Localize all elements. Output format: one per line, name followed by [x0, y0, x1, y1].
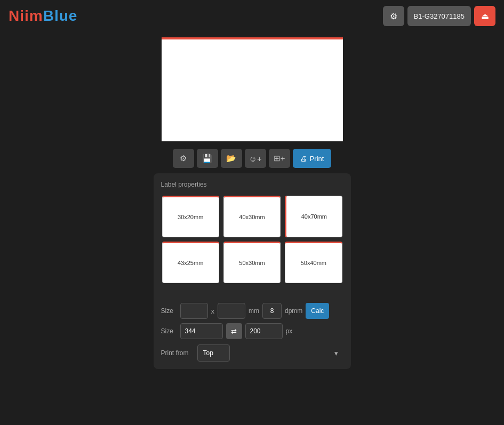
size-label-43x25: 43x25mm: [178, 260, 203, 266]
size-mm-row: Size x mm dpmm Calc: [161, 303, 343, 319]
sizes-scroll[interactable]: 30x20mm 40x30mm 40x70mm 43x25mm 50x30mm …: [161, 194, 343, 298]
resize-icon: ⊞+: [274, 154, 285, 163]
save-icon: 💾: [202, 154, 212, 163]
dpmm-input[interactable]: [262, 303, 282, 319]
header: NiimBlue ⚙ B1-G327071185 ⏏: [0, 0, 504, 32]
size-card-40x30[interactable]: 40x30mm: [223, 196, 281, 237]
size-label-40x70: 40x70mm: [301, 213, 327, 220]
size-px-label-text: Size: [161, 327, 177, 335]
device-id-label: B1-G327071185: [407, 6, 471, 26]
gear-icon: ⚙: [390, 11, 397, 21]
size-card-43x25[interactable]: 43x25mm: [162, 242, 219, 283]
printer-icon: 🖨: [300, 155, 307, 163]
size-label-40x30: 40x30mm: [239, 214, 265, 220]
size-card-50x30[interactable]: 50x30mm: [223, 242, 281, 283]
size-px-width-input[interactable]: [180, 323, 223, 339]
print-from-row: Print from Top Bottom Left Right: [161, 344, 343, 362]
settings-button[interactable]: ⚙: [383, 6, 404, 26]
size-separator: x: [211, 307, 215, 315]
size-unit-label: mm: [249, 307, 259, 315]
print-from-label: Print from: [161, 349, 193, 357]
toolbar: ⚙ 💾 📂 ☺+ ⊞+ 🖨 Print: [173, 149, 332, 168]
print-from-select-wrapper: Top Bottom Left Right: [197, 344, 343, 362]
size-label-text: Size: [161, 307, 177, 315]
size-label-50x40: 50x40mm: [301, 260, 326, 266]
save-button[interactable]: 💾: [197, 149, 218, 168]
open-button[interactable]: 📂: [221, 149, 242, 168]
px-unit-label: px: [286, 327, 293, 335]
panel-title: Label properties: [161, 181, 343, 188]
print-from-select[interactable]: Top Bottom Left Right: [197, 344, 230, 362]
settings-icon: ⚙: [180, 154, 187, 163]
size-card-50x40[interactable]: 50x40mm: [285, 242, 342, 283]
size-height-input[interactable]: [218, 303, 245, 319]
logo-blue: Blue: [43, 7, 78, 24]
size-px-row: Size ⇄ px: [161, 323, 343, 339]
size-card-30x20[interactable]: 30x20mm: [162, 196, 219, 237]
size-card-40x70[interactable]: 40x70mm: [285, 196, 342, 237]
swap-button[interactable]: ⇄: [226, 323, 242, 339]
size-width-input[interactable]: [180, 303, 208, 319]
sizes-grid: 30x20mm 40x30mm 40x70mm 43x25mm 50x30mm …: [161, 194, 343, 285]
label-canvas: [162, 37, 343, 141]
eject-button[interactable]: ⏏: [474, 6, 495, 26]
print-label: Print: [310, 155, 324, 163]
resize-button[interactable]: ⊞+: [269, 149, 290, 168]
print-button[interactable]: 🖨 Print: [293, 149, 332, 168]
size-label-50x30: 50x30mm: [239, 260, 265, 266]
header-right: ⚙ B1-G327071185 ⏏: [383, 6, 495, 26]
add-icon: ☺+: [249, 154, 262, 163]
logo: NiimBlue: [9, 7, 77, 25]
eject-icon: ⏏: [481, 11, 489, 21]
size-label-30x20: 30x20mm: [178, 214, 203, 220]
size-px-height-input[interactable]: [245, 323, 283, 339]
main-content: ⚙ 💾 📂 ☺+ ⊞+ 🖨 Print Label properties 30x…: [0, 32, 504, 369]
settings-tool-button[interactable]: ⚙: [173, 149, 194, 168]
folder-icon: 📂: [226, 154, 236, 163]
calc-button[interactable]: Calc: [306, 303, 329, 319]
add-element-button[interactable]: ☺+: [245, 149, 266, 168]
dpmm-unit-label: dpmm: [285, 307, 302, 315]
label-properties-panel: Label properties 30x20mm 40x30mm 40x70mm…: [154, 173, 351, 369]
swap-icon: ⇄: [231, 327, 237, 335]
logo-niim: Niim: [9, 7, 43, 24]
